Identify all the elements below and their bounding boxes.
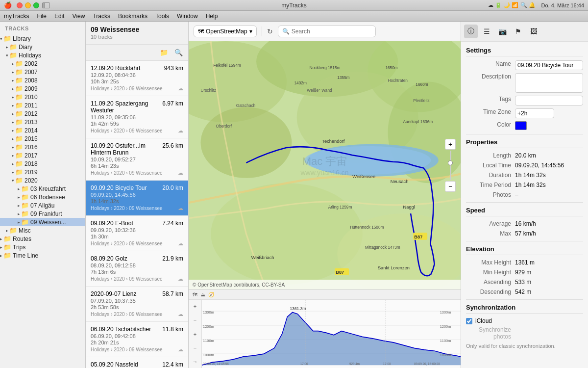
cloud-icon: ☁ bbox=[178, 240, 183, 247]
sidebar-item-2010[interactable]: ▸📁2010 bbox=[0, 93, 85, 101]
sync-note: Only valid for classic synchronization. bbox=[466, 343, 583, 349]
maximize-button[interactable] bbox=[33, 2, 39, 8]
track-title-row: 12.09.20 Rückfahrt 943 km bbox=[91, 65, 183, 72]
tracklist-count: 10 tracks bbox=[91, 34, 113, 40]
sidebar-item-03kreuzfahrt[interactable]: ▸📁03 Kreuzfahrt bbox=[0, 184, 85, 193]
sidebar-item-09weissen[interactable]: ▸📁09 Weissen... bbox=[0, 218, 85, 226]
camera-tab[interactable]: 📷 bbox=[495, 25, 509, 38]
zoom-slider[interactable] bbox=[445, 151, 456, 180]
sidebar-item-2015[interactable]: ▸📁2015 bbox=[0, 134, 85, 143]
folder-icon: 📁 bbox=[15, 68, 23, 76]
track-path: Holidays › 2020 › 09 Weissensee bbox=[91, 347, 163, 352]
menu-help[interactable]: Help bbox=[206, 13, 218, 20]
track-date: 09.09.20, 14:45:56 bbox=[91, 192, 183, 198]
track-item[interactable]: 2020-09-07 Lienz 58.7 km 07.09.20, 10:37… bbox=[86, 287, 188, 322]
search-input[interactable] bbox=[292, 28, 371, 35]
track-date: 10.09.20, 09:52:27 bbox=[91, 157, 183, 162]
sidebar-item-2019[interactable]: ▸📁2019 bbox=[0, 168, 85, 176]
menu-mytracks[interactable]: myTracks bbox=[4, 13, 29, 20]
sidebar-item-07allgau[interactable]: ▸📁07 Allgäu bbox=[0, 201, 85, 210]
sidebar-tree[interactable]: ▾📁Library▸📁Diary▾📁Holidays▸📁2002▸📁2007▸📁… bbox=[0, 33, 85, 368]
sidebar-item-timeline[interactable]: ▸📁Time Line bbox=[0, 251, 85, 260]
sidebar-item-2007[interactable]: ▸📁2007 bbox=[0, 68, 85, 76]
sidebar-item-routes[interactable]: ▸📁Routes bbox=[0, 235, 85, 243]
menu-tracks[interactable]: Tracks bbox=[93, 13, 110, 20]
track-duration: 1h 42m 59s bbox=[91, 121, 183, 127]
svg-text:1100m: 1100m bbox=[203, 338, 214, 342]
flag-tab[interactable]: ⚑ bbox=[511, 25, 525, 38]
track-distance: 25.6 km bbox=[162, 142, 183, 149]
menu-file[interactable]: File bbox=[37, 13, 47, 20]
description-input[interactable] bbox=[515, 73, 583, 93]
sidebar-item-2012[interactable]: ▸📁2012 bbox=[0, 109, 85, 118]
menu-bookmarks[interactable]: Bookmarks bbox=[118, 13, 147, 20]
menu-edit[interactable]: Edit bbox=[54, 13, 65, 20]
tags-input[interactable] bbox=[515, 96, 583, 105]
sidebar-item-misc[interactable]: ▸📁Misc bbox=[0, 226, 85, 235]
sidebar-item-library[interactable]: ▾📁Library bbox=[0, 34, 85, 43]
menu-view[interactable]: View bbox=[73, 13, 85, 20]
list-tab[interactable]: ☰ bbox=[480, 25, 493, 38]
photo-tab[interactable]: 🖼 bbox=[527, 25, 540, 38]
elevation-map-icon: 🗺 bbox=[193, 292, 197, 297]
time-period-row: Time Period 1h 14m 32s bbox=[466, 182, 583, 188]
icloud-checkbox[interactable] bbox=[466, 318, 472, 324]
svg-text:B87: B87 bbox=[414, 235, 422, 239]
elev-zoom-out-h[interactable]: − bbox=[191, 343, 199, 352]
track-item[interactable]: 09.09.20 Bicycle Tour 20.0 km 09.09.20, … bbox=[86, 181, 188, 216]
sidebar-item-09frankfurt[interactable]: ▸📁09 Frankfurt bbox=[0, 210, 85, 218]
sidebar-item-2014[interactable]: ▸📁2014 bbox=[0, 126, 85, 134]
map-type-button[interactable]: 🗺 OpenStreetMap ▾ bbox=[194, 26, 257, 37]
track-name: 06.09.20 Tschabitscher bbox=[91, 326, 160, 333]
info-tab[interactable]: ⓘ bbox=[464, 25, 478, 38]
color-picker[interactable] bbox=[515, 121, 527, 130]
local-time-row: Local Time 09.09.20, 14:45:56 bbox=[466, 162, 583, 169]
menu-tools[interactable]: Tools bbox=[155, 13, 169, 20]
elevation-zoom-icon: ⛰ bbox=[200, 292, 205, 297]
menu-window[interactable]: Window bbox=[177, 13, 198, 20]
close-button[interactable] bbox=[17, 2, 23, 8]
track-item[interactable]: 12.09.20 Rückfahrt 943 km 12.09.20, 08:0… bbox=[86, 61, 188, 96]
elev-zoom-in-h[interactable]: + bbox=[191, 330, 199, 339]
sidebar-toggle[interactable] bbox=[42, 2, 50, 8]
sidebar-item-2002[interactable]: ▸📁2002 bbox=[0, 59, 85, 68]
search-box[interactable]: 🔍 bbox=[278, 26, 376, 37]
sidebar-item-2018[interactable]: ▸📁2018 bbox=[0, 159, 85, 168]
length-row: Length 20.0 km bbox=[466, 152, 583, 159]
name-input[interactable] bbox=[515, 60, 583, 70]
map-container[interactable]: Techendorf Weißensee Neusach Naggl Oberd… bbox=[189, 41, 461, 289]
tracklist-folder-button[interactable]: 📁 bbox=[158, 47, 170, 58]
tags-label: Tags bbox=[466, 96, 515, 103]
elev-zoom-out[interactable]: − bbox=[191, 315, 199, 324]
sidebar-item-2017[interactable]: ▸📁2017 bbox=[0, 151, 85, 159]
elev-zoom-in[interactable]: + bbox=[191, 302, 199, 311]
zoom-in-button[interactable]: + bbox=[445, 139, 456, 150]
minimize-button[interactable] bbox=[25, 2, 31, 8]
sidebar-item-2016[interactable]: ▸📁2016 bbox=[0, 143, 85, 151]
svg-text:Naggl: Naggl bbox=[403, 205, 415, 210]
sidebar-item-trips[interactable]: ▸📁Trips bbox=[0, 243, 85, 251]
sidebar-item-06bodensee[interactable]: ▸📁06 Bodensee bbox=[0, 193, 85, 201]
track-item[interactable]: 05.09.20 Nassfeld 12.4 km 05.09.20, 10:2… bbox=[86, 357, 188, 368]
refresh-button[interactable]: ↻ bbox=[267, 27, 273, 35]
track-item[interactable]: 10.09.20 Ostufer...Im Hinterm Brunn 25.6… bbox=[86, 138, 188, 181]
sidebar-item-diary[interactable]: ▸📁Diary bbox=[0, 43, 85, 51]
elev-arrow[interactable]: → bbox=[191, 357, 199, 366]
sidebar-item-2011[interactable]: ▸📁2011 bbox=[0, 101, 85, 109]
sidebar-item-2008[interactable]: ▸📁2008 bbox=[0, 76, 85, 84]
sidebar-item-2013[interactable]: ▸📁2013 bbox=[0, 118, 85, 126]
track-item[interactable]: 11.09.20 Spaziergang Westufer 6.97 km 11… bbox=[86, 96, 188, 138]
sidebar-item-holidays[interactable]: ▾📁Holidays bbox=[0, 51, 85, 59]
timezone-input[interactable] bbox=[515, 108, 554, 118]
sidebar-item-2020[interactable]: ▾📁2020 bbox=[0, 176, 85, 184]
track-item[interactable]: 09.09.20 E-Boot 7.24 km 09.09.20, 10:32:… bbox=[86, 216, 188, 251]
track-item[interactable]: 08.09.20 Golz 21.9 km 08.09.20, 09:12:58… bbox=[86, 251, 188, 287]
track-name: 10.09.20 Ostufer...Im Hinterm Brunn bbox=[91, 142, 160, 156]
tracklist-items[interactable]: 12.09.20 Rückfahrt 943 km 12.09.20, 08:0… bbox=[86, 61, 188, 368]
zoom-out-button[interactable]: − bbox=[445, 181, 456, 192]
track-duration: 2h 20m 21s bbox=[91, 340, 183, 345]
sidebar-item-label: 2020 bbox=[24, 177, 38, 184]
tracklist-search-button[interactable]: 🔍 bbox=[172, 47, 184, 58]
track-item[interactable]: 06.09.20 Tschabitscher 11.8 km 06.09.20,… bbox=[86, 322, 188, 357]
sidebar-item-2009[interactable]: ▸📁2009 bbox=[0, 84, 85, 93]
